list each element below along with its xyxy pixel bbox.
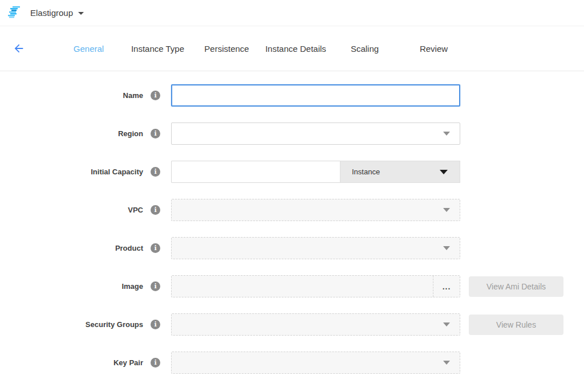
name-input[interactable] bbox=[171, 84, 460, 107]
back-button[interactable] bbox=[12, 42, 26, 55]
tab-instance-type[interactable]: Instance Type bbox=[123, 44, 192, 54]
key-pair-select bbox=[171, 352, 460, 374]
capacity-unit-select[interactable]: Instance bbox=[340, 161, 460, 183]
chevron-down-icon bbox=[443, 208, 450, 212]
wizard-tab-bar: General Instance Type Persistence Instan… bbox=[0, 26, 584, 71]
info-icon[interactable]: i bbox=[151, 243, 160, 253]
elastigroup-logo-icon bbox=[7, 6, 23, 19]
product-select bbox=[171, 237, 460, 259]
security-groups-select bbox=[171, 313, 460, 336]
chevron-down-icon bbox=[443, 246, 450, 250]
image-row: Image i ... View Ami Details bbox=[0, 275, 584, 297]
capacity-unit-value: Instance bbox=[352, 168, 380, 176]
chevron-down-icon bbox=[440, 170, 448, 174]
info-icon[interactable]: i bbox=[151, 91, 160, 100]
image-label: Image bbox=[121, 282, 143, 291]
info-icon[interactable]: i bbox=[151, 129, 160, 138]
info-icon[interactable]: i bbox=[151, 358, 160, 368]
info-icon[interactable]: i bbox=[151, 167, 160, 177]
product-switcher-label[interactable]: Elastigroup bbox=[30, 8, 73, 18]
vpc-select bbox=[171, 199, 460, 221]
tab-instance-details[interactable]: Instance Details bbox=[261, 44, 330, 54]
initial-capacity-row: Initial Capacity i Instance bbox=[0, 161, 584, 183]
key-pair-label: Key Pair bbox=[113, 358, 143, 367]
info-icon[interactable]: i bbox=[151, 281, 160, 291]
browse-ami-button[interactable]: ... bbox=[433, 276, 460, 297]
image-input: ... bbox=[171, 275, 460, 297]
info-icon[interactable]: i bbox=[151, 205, 160, 215]
tab-list: General Instance Type Persistence Instan… bbox=[54, 44, 468, 54]
name-label: Name bbox=[123, 91, 143, 100]
chevron-down-icon bbox=[443, 132, 450, 136]
product-switcher-caret-icon[interactable] bbox=[78, 12, 84, 15]
chevron-down-icon bbox=[443, 322, 450, 326]
view-rules-button[interactable]: View Rules bbox=[469, 315, 563, 335]
key-pair-row: Key Pair i bbox=[0, 352, 584, 374]
vpc-row: VPC i bbox=[0, 199, 584, 221]
initial-capacity-label: Initial Capacity bbox=[91, 168, 143, 176]
top-bar: Elastigroup bbox=[0, 0, 584, 26]
view-ami-details-button[interactable]: View Ami Details bbox=[469, 276, 563, 297]
region-select[interactable] bbox=[171, 122, 460, 145]
region-row: Region i bbox=[0, 122, 584, 145]
product-label: Product bbox=[115, 244, 143, 252]
name-row: Name i bbox=[0, 84, 584, 107]
chevron-down-icon bbox=[443, 361, 450, 365]
general-settings-form: Name i Region i Initial Capacity i Insta… bbox=[0, 71, 584, 374]
security-groups-label: Security Groups bbox=[86, 320, 143, 329]
vpc-label: VPC bbox=[128, 206, 143, 214]
initial-capacity-input[interactable] bbox=[171, 161, 340, 183]
tab-scaling[interactable]: Scaling bbox=[330, 44, 399, 54]
tab-general[interactable]: General bbox=[54, 44, 123, 54]
info-icon[interactable]: i bbox=[151, 320, 160, 329]
region-label: Region bbox=[118, 129, 143, 138]
security-groups-row: Security Groups i View Rules bbox=[0, 313, 584, 336]
arrow-back-icon bbox=[13, 42, 25, 55]
product-row: Product i bbox=[0, 237, 584, 259]
tab-review[interactable]: Review bbox=[399, 44, 468, 54]
tab-persistence[interactable]: Persistence bbox=[192, 44, 261, 54]
